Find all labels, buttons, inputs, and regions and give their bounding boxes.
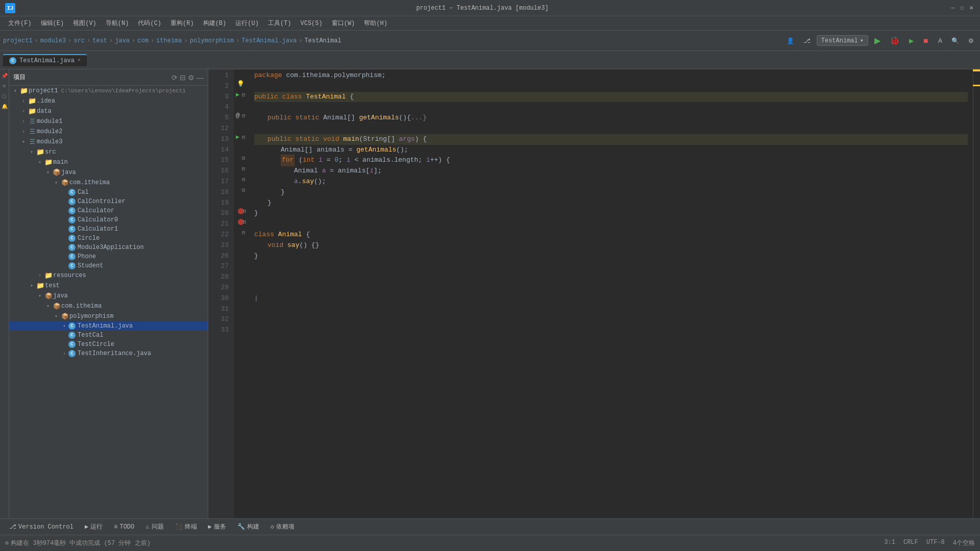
tree-item-module2[interactable]: › ☰ module2 [9, 127, 208, 137]
tree-item-module3app[interactable]: C Module3Application [9, 243, 208, 252]
menu-refactor[interactable]: 重构(R) [166, 17, 198, 29]
menu-view[interactable]: 视图(V) [69, 17, 101, 29]
hide-sidebar-btn[interactable]: — [197, 73, 204, 82]
settings-btn[interactable]: ⚙ [188, 73, 194, 82]
status-charset[interactable]: UTF-8 [926, 539, 945, 547]
tree-item-data[interactable]: › 📁 data [9, 106, 208, 116]
tree-item-testcal[interactable]: C TestCal [9, 331, 208, 340]
run-config-dropdown[interactable]: TestAnimal ▾ [817, 35, 868, 46]
bottom-tab-todo[interactable]: ≡ TODO [109, 522, 139, 532]
settings-button[interactable]: ⚙ [965, 35, 977, 46]
menu-navigate[interactable]: 导航(N) [102, 17, 133, 29]
fold-btn-line26[interactable]: ⊟ [242, 229, 246, 236]
window-controls[interactable]: ─ □ ✕ [949, 5, 975, 12]
tree-item-cal[interactable]: C Cal [9, 188, 208, 197]
bottom-tab-services[interactable]: ▶ 服务 [203, 521, 231, 533]
tree-item-main[interactable]: ▾ 📁 main [9, 157, 208, 167]
profile-button[interactable]: 👤 [783, 35, 797, 46]
tree-item-calculator1[interactable]: C Calculator1 [9, 224, 208, 234]
tree-item-com-itheima-test[interactable]: ▾ 📦 com.itheima [9, 301, 208, 311]
tab-testanimal[interactable]: C TestAnimal.java × [3, 54, 87, 66]
breadcrumb-java[interactable]: java [115, 37, 130, 44]
hierarchy-btn[interactable]: ⬡ [1, 92, 9, 100]
bookmarks-btn[interactable]: 📌 [1, 71, 9, 80]
debug-button[interactable]: 🐞 [887, 34, 903, 47]
translate-button[interactable]: A [935, 35, 945, 46]
code-content[interactable]: package com.itheima.polymorphism; public… [249, 69, 973, 518]
tree-item-testanimal[interactable]: ▾ C TestAnimal.java [9, 321, 208, 331]
tree-item-com-itheima[interactable]: ▾ 📦 com.itheima [9, 178, 208, 188]
tab-close-button[interactable]: × [78, 58, 81, 63]
breadcrumb-module3[interactable]: module3 [40, 37, 66, 44]
fold-btn-line23[interactable]: ⊟ [243, 218, 247, 226]
bottom-tab-deps[interactable]: ◇ 依赖项 [265, 521, 300, 533]
breadcrumb-project1[interactable]: project1 [3, 37, 33, 44]
fold-btn-line3[interactable]: ⊟ [242, 91, 246, 98]
search-everywhere-button[interactable]: 🔍 [948, 35, 962, 46]
bottom-tab-run[interactable]: ▶ 运行 [80, 521, 108, 533]
tree-item-java-main[interactable]: ▾ 📦 java [9, 167, 208, 178]
maximize-button[interactable]: □ [959, 5, 966, 12]
tree-item-idea[interactable]: › 📁 .idea [9, 96, 208, 106]
tree-item-project1[interactable]: ▾ 📁 project1 C:\Users\Lenovo\IdeaProject… [9, 86, 208, 96]
tree-item-testcircle[interactable]: C TestCircle [9, 340, 208, 349]
tree-item-java-test[interactable]: ▾ 📦 java [9, 291, 208, 301]
breadcrumb-file[interactable]: TestAnimal.java [241, 37, 297, 44]
fold-btn-line13[interactable]: ⊟ [242, 133, 246, 141]
fold-btn-line19[interactable]: ⊟ [242, 176, 246, 183]
status-crlf[interactable]: CRLF [903, 539, 918, 547]
breadcrumb-polymorphism[interactable]: polymorphism [190, 37, 234, 44]
tree-item-module3[interactable]: ▾ ☰ module3 [9, 137, 208, 147]
tree-item-phone[interactable]: C Phone [9, 252, 208, 261]
tree-item-module1[interactable]: › ☰ module1 [9, 116, 208, 127]
stop-button[interactable]: ⏹ [920, 35, 932, 46]
vcs-button[interactable]: ⎇ [800, 35, 814, 46]
tree-item-src[interactable]: ▾ 📁 src [9, 147, 208, 157]
run-button[interactable]: ▶ [871, 34, 884, 47]
tree-item-calculator[interactable]: C Calculator [9, 206, 208, 215]
run-arrow-line3[interactable]: ▶ [236, 91, 239, 98]
tree-item-circle[interactable]: C Circle [9, 234, 208, 243]
fold-btn-line18[interactable]: ⊟ [242, 165, 246, 172]
breadcrumb-src[interactable]: src [74, 37, 85, 44]
breadcrumb-test[interactable]: test [92, 37, 107, 44]
run-with-coverage-button[interactable]: ▶ [906, 35, 917, 46]
menu-vcs[interactable]: VCS(S) [296, 18, 326, 29]
tree-item-testinheritance[interactable]: › C TestInheritance.java [9, 349, 208, 358]
breadcrumb-itheima[interactable]: itheima [156, 37, 182, 44]
tree-item-resources[interactable]: › 📁 resources [9, 270, 208, 281]
sync-btn[interactable]: ⟳ [172, 73, 178, 82]
notifications-btn[interactable]: 🔔 [1, 102, 9, 110]
minimize-button[interactable]: ─ [949, 5, 957, 12]
run-arrow-line13[interactable]: ▶ [236, 133, 239, 141]
fold-btn-line5[interactable]: ⊟ [242, 112, 246, 119]
menu-tools[interactable]: 工具(T) [264, 17, 296, 29]
menu-code[interactable]: 代码(C) [134, 17, 165, 29]
tree-item-test-folder[interactable]: ▾ 📁 test [9, 281, 208, 291]
fold-btn-line15[interactable]: ⊟ [242, 154, 246, 162]
menu-run[interactable]: 运行(U) [231, 17, 263, 29]
fold-btn-line20[interactable]: ⊟ [242, 186, 246, 194]
code-editor[interactable]: 1 2 3 4 5 12 13 14 15 16 17 18 19 20 21 … [208, 69, 980, 518]
editor-content[interactable]: 1 2 3 4 5 12 13 14 15 16 17 18 19 20 21 … [208, 69, 980, 518]
menu-help[interactable]: 帮助(H) [360, 17, 391, 29]
tree-item-student[interactable]: C Student [9, 261, 208, 270]
bottom-tab-vc[interactable]: ⎇ Version Control [4, 521, 79, 532]
collapse-btn[interactable]: ⊟ [180, 73, 186, 82]
tree-item-calcontroller[interactable]: C CalController [9, 197, 208, 206]
menu-edit[interactable]: 编辑(E) [37, 17, 68, 29]
breadcrumb-com[interactable]: com [137, 37, 149, 44]
status-indent[interactable]: 4个空格 [953, 539, 975, 547]
close-button[interactable]: ✕ [968, 5, 975, 12]
menu-build[interactable]: 构建(B) [199, 17, 231, 29]
tree-item-calculator0[interactable]: C Calculator0 [9, 215, 208, 224]
menu-window[interactable]: 窗口(W) [328, 17, 359, 29]
tree-item-polymorphism[interactable]: ▾ 📦 polymorphism [9, 311, 208, 321]
fold-btn-line22[interactable]: ⊟ [243, 207, 247, 215]
menu-file[interactable]: 文件(F) [4, 17, 36, 29]
bottom-tab-problems[interactable]: ⚠ 问题 [140, 521, 168, 533]
breadcrumb-class[interactable]: TestAnimal [305, 37, 341, 44]
status-position[interactable]: 3:1 [884, 539, 895, 547]
bottom-tab-build[interactable]: 🔧 构建 [232, 521, 264, 533]
structure-btn[interactable]: ≡ [1, 82, 9, 90]
